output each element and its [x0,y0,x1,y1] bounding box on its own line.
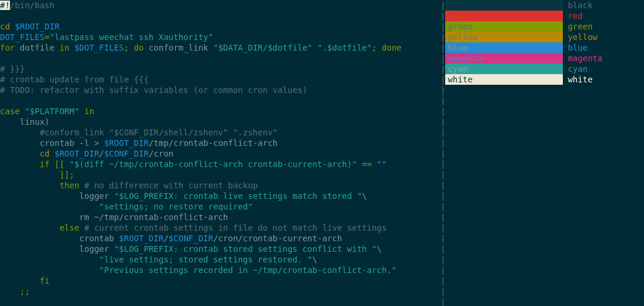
vertical-split-bar: | [441,11,445,21]
kw-for: for [0,43,15,52]
color-label-cyan: cyan [563,64,588,74]
swatch-green: green [445,21,563,32]
vertical-split-bar: | [441,169,445,180]
kw-then: then [59,181,79,190]
swatch-cyan: cyan [445,64,563,74]
vertical-split-bar: | [441,117,445,127]
var-dotfiles: DOT_FILES [0,32,45,42]
color-label-blue: blue [563,42,588,53]
comment-todo: # TODO: refactor with suffix variables (… [0,85,308,95]
swatch-blue: blue [445,42,563,53]
vertical-split-bar: | [441,138,445,148]
vertical-split-bar: | [441,286,445,297]
vertical-split-bar: | [441,201,445,212]
kw-done: done [382,43,402,52]
swatch-white: white [445,74,563,85]
vertical-split-bar: | [441,180,445,191]
vertical-split-bar: | [441,148,445,159]
swatch-magenta: magenta [445,53,563,64]
vertical-split-bar: | [441,297,445,306]
vertical-split-bar: | [441,0,445,11]
kw-do: do [134,43,144,52]
vertical-split-bar: | [441,265,445,275]
vertical-split-bar: | [441,127,445,138]
kw-in: in [59,43,69,52]
vertical-split-bar: | [441,32,445,42]
color-label-red: red [563,11,582,21]
vertical-split-bar: | [441,212,445,222]
color-swatch-pane: |blackblack|redred|greengreen|yellowyell… [441,0,644,306]
comment-fold-open: # crontab update from file {{{ [0,75,149,84]
case-terminator: ;; [0,287,30,296]
vertical-split-bar: | [441,275,445,286]
vertical-split-bar: | [441,254,445,265]
vertical-split-bar: | [441,159,445,169]
kw-if: if [39,159,49,169]
kw-fi: fi [39,276,49,285]
vertical-split-bar: | [441,21,445,32]
swatch-yellow: yellow [445,32,563,42]
kw-case: case [0,107,20,116]
cd-builtin: cd [0,22,10,31]
color-label-black: black [563,0,592,11]
vertical-split-bar: | [441,106,445,117]
vertical-split-bar: | [441,64,445,74]
color-label-white: white [563,74,592,85]
swatch-red: red [445,11,563,21]
vertical-split-bar: | [441,191,445,201]
vertical-split-bar: | [441,53,445,64]
vertical-split-bar: | [441,233,445,244]
vertical-split-bar: | [441,244,445,254]
vertical-split-bar: | [441,74,445,85]
swatch-black: black [445,0,563,11]
shebang-path: /bin/bash [10,1,55,10]
var-rootdir: $ROOT_DIR [15,22,59,31]
code-editor-pane[interactable]: #!/bin/bash cd $ROOT_DIR DOT_FILES="last… [0,0,441,306]
shebang-hash: #! [0,1,10,10]
vertical-split-bar: | [441,222,445,233]
color-label-yellow: yellow [563,32,598,42]
vertical-split-bar: | [441,85,445,95]
color-label-magenta: magenta [563,53,602,64]
string-dotfiles: "lastpass weechat ssh Xauthority" [49,32,213,42]
vertical-split-bar: | [441,95,445,106]
vertical-split-bar: | [441,42,445,53]
case-pattern-linux: linux) [0,117,49,127]
kw-else: else [59,223,79,232]
color-label-green: green [563,21,592,32]
comment-fold-close: # }}} [0,64,25,74]
